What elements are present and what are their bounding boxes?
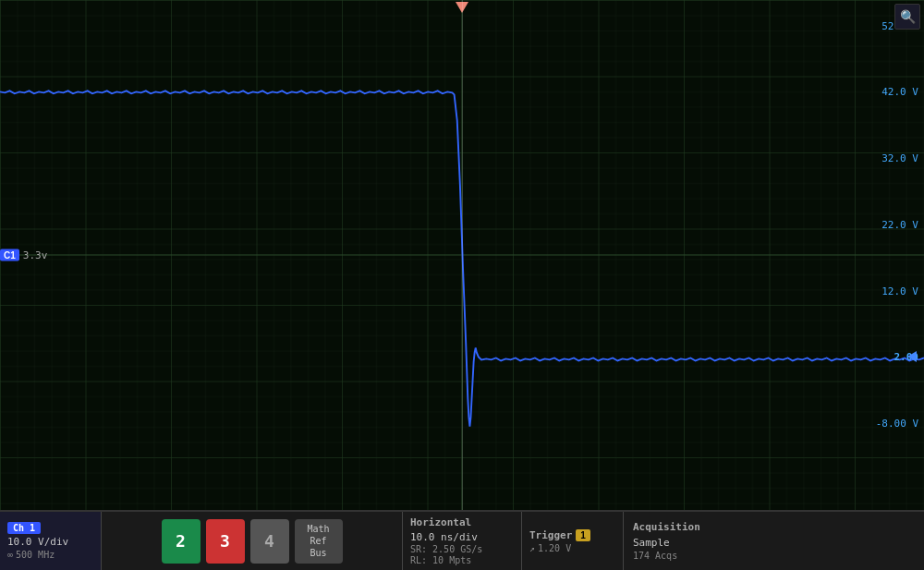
ch1-scale: 10.0 V/div [7,536,93,548]
horizontal-title: Horizontal [410,516,514,528]
horizontal-time-div: 10.0 ns/div [410,531,514,543]
cursor-line [462,0,463,510]
y-label-32v: 32.0 V [881,152,918,164]
ch1-screen-value: 3.3v [23,249,48,261]
trigger-number: 1 [576,529,590,541]
acquisition-count: 174 Acqs [633,551,915,561]
oscilloscope: 52.0 V 42.0 V 32.0 V 22.0 V 12.0 V 2.00 … [0,0,924,570]
y-label-12v: 12.0 V [881,285,918,297]
y-label-22v: 22.0 V [881,218,918,230]
toolbar: Ch 1 10.0 V/div ∞ 500 MHz 2 3 4 Math Ref… [0,510,924,570]
trigger-panel[interactable]: Trigger 1 ↗ 1.20 V [522,512,624,570]
ch3-button[interactable]: 3 [206,519,245,564]
ch1-tab: Ch 1 [7,522,41,534]
channel-buttons: 2 3 4 Math Ref Bus [102,512,402,570]
horizontal-sample-rate: SR: 2.50 GS/s [410,544,514,554]
ch1-bandwidth: ∞ 500 MHz [7,550,93,560]
horizontal-panel[interactable]: Horizontal 10.0 ns/div SR: 2.50 GS/s RL:… [402,512,522,570]
ch1-level-marker [907,351,917,362]
ch4-button[interactable]: 4 [250,519,289,564]
math-ref-bus-button[interactable]: Math Ref Bus [295,519,343,564]
bandwidth-icon: ∞ [7,550,13,560]
ch1-badge: C1 [0,249,19,261]
trigger-title: Trigger [529,529,572,541]
search-icon[interactable]: 🔍 [894,4,920,30]
acquisition-mode: Sample [633,537,915,549]
ch2-button[interactable]: 2 [162,519,201,564]
horizontal-record-length: RL: 10 Mpts [410,555,514,565]
screen-area: 52.0 V 42.0 V 32.0 V 22.0 V 12.0 V 2.00 … [0,0,924,510]
ch1-screen-indicator: C1 3.3v [0,249,47,261]
y-label-42v: 42.0 V [881,86,918,98]
trigger-arrow: ↗ 1.20 V [529,543,615,553]
ch1-header: Ch 1 [7,522,93,534]
trigger-header: Trigger 1 [529,529,615,541]
acquisition-title: Acquisition [633,521,915,533]
acquisition-panel[interactable]: Acquisition Sample 174 Acqs [624,512,924,570]
ch1-panel[interactable]: Ch 1 10.0 V/div ∞ 500 MHz [0,512,102,570]
y-label-neg8v: -8.00 V [876,418,918,430]
